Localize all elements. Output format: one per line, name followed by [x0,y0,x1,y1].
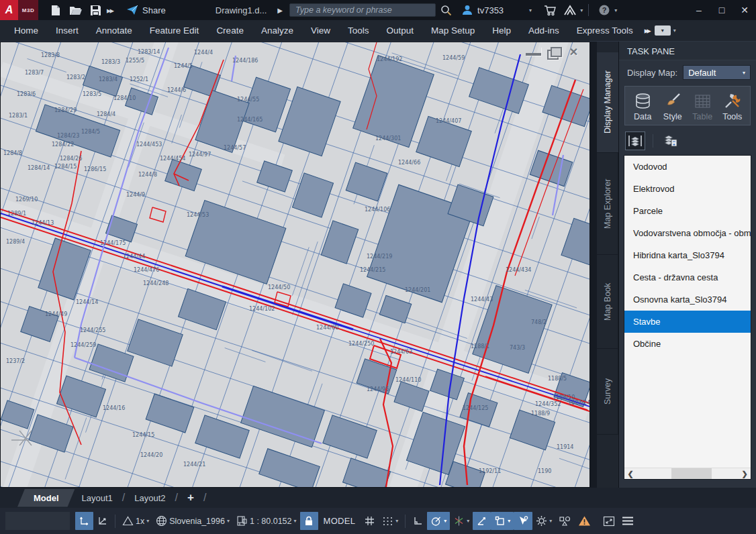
layer-item-vodovod[interactable]: Vodovod [624,156,751,178]
taskpane-tool-tools[interactable]: Tools [718,93,748,121]
grid-toggle-button[interactable] [361,512,379,530]
layer-item-parcele[interactable]: Parcele [624,200,751,222]
svg-text:1244/255: 1244/255 [80,327,105,333]
account-caret-icon[interactable]: ▾ [529,7,532,13]
scroll-left-icon[interactable]: ❮ [624,470,636,478]
share-button[interactable]: Share [126,5,166,15]
search-input[interactable] [289,3,436,17]
autodesk-menu-button[interactable] [561,2,579,18]
menu-help[interactable]: Help [483,25,520,36]
layer-item-cesta-dr-avna-cesta[interactable]: Cesta - državna cesta [624,266,751,288]
object-snap-button[interactable]: ▾ [491,512,514,530]
object-snap-tracking-button[interactable] [473,512,491,530]
menu-home[interactable]: Home [5,25,47,36]
side-tab-map-explorer[interactable]: Map Explorer [597,153,618,255]
new-file-button[interactable] [46,2,64,18]
coordinate-system-button[interactable]: Slovenia_1996 ▾ [152,512,233,530]
clean-screen-button[interactable] [600,512,618,530]
save-button[interactable] [87,2,104,18]
scrollbar-track[interactable] [636,468,739,479]
map3d-badge: M3D [18,0,38,20]
lock-viewport-button[interactable] [300,512,318,530]
autodesk-caret-icon[interactable]: ▾ [580,7,583,13]
drawing-minimize-icon[interactable] [526,47,541,56]
selection-cycling-button[interactable] [514,512,532,530]
ribbon-state-caret-icon[interactable]: ▾ [673,28,676,34]
layout-tab-model[interactable]: Model [17,489,75,507]
scrollbar-thumb[interactable] [671,468,712,479]
help-caret-icon[interactable]: ▾ [614,7,617,13]
svg-text:1289/1: 1289/1 [7,211,26,217]
store-button[interactable] [541,2,559,18]
quick-access-more-button[interactable]: ▸▸ [107,5,113,15]
dynamic-ucs-button[interactable] [93,512,111,530]
menu-annotate[interactable]: Annotate [87,25,141,36]
menu-express-tools[interactable]: Express Tools [568,25,642,36]
layer-list-hscrollbar[interactable]: ❮ ❯ [624,468,751,479]
taskpane-tool-style[interactable]: Style [658,93,688,121]
ortho-toggle-button[interactable] [409,512,427,530]
close-button[interactable]: ✕ [733,0,756,20]
snap-mode-button[interactable]: ▾ [379,512,401,530]
layout-tab-separator: / [201,492,209,504]
menu-feature-edit[interactable]: Feature Edit [141,25,208,36]
ribbon-state-button[interactable]: ▾ [655,25,671,36]
help-button[interactable]: ? [596,2,613,18]
svg-text:1284/22: 1284/22 [52,142,74,148]
drawing-restore-icon[interactable] [546,47,561,58]
ucs-toggle-button[interactable] [75,512,93,530]
open-file-button[interactable] [66,2,84,18]
display-map-select[interactable]: Default ▾ [683,65,751,80]
layer-item-hibridna-karta-slo3794[interactable]: Hibridna karta_Slo3794 [624,244,751,266]
svg-text:1284/15: 1284/15 [54,164,77,170]
menu-analyze[interactable]: Analyze [252,25,302,36]
isolate-objects-button[interactable] [555,512,575,530]
svg-text:1283/14: 1283/14 [138,49,160,55]
doc-expand-icon[interactable]: ▶ [277,7,283,14]
polar-tracking-button[interactable]: ▾ [427,512,450,530]
isodraft-button[interactable]: ▾ [450,512,473,530]
osnap-caret-icon: ▾ [508,518,510,524]
add-layout-button[interactable]: + [181,491,201,504]
minimize-button[interactable]: – [688,0,710,20]
menu-create[interactable]: Create [207,25,252,36]
account-button[interactable]: tv7353 [461,4,504,16]
layer-item-stavbe[interactable]: Stavbe [624,311,751,333]
menu-view[interactable]: View [302,25,339,36]
map-drawing[interactable]: 1283/81283/71283/61283/11283/31283/41283… [1,42,589,487]
drawing-viewport[interactable]: 1283/81283/71283/61283/11283/31283/41283… [0,42,590,488]
layer-item-elektrovod[interactable]: Elektrovod [624,178,751,200]
svg-text:1269/10: 1269/10 [15,197,38,203]
side-tab-map-book[interactable]: Map Book [597,255,618,349]
space-indicator[interactable]: MODEL [318,516,361,526]
menu-add-ins[interactable]: Add-ins [520,25,568,36]
side-tab-display-manager[interactable]: Display Manager [597,52,618,153]
layer-item-ob-ine[interactable]: Občine [624,333,751,355]
layer-item-osnovna-karta-slo3794[interactable]: Osnovna karta_Slo3794 [624,288,751,311]
scroll-right-icon[interactable]: ❯ [739,470,751,478]
menu-bar: HomeInsertAnnotateFeature EditCreateAnal… [0,20,756,42]
menu-tools[interactable]: Tools [339,25,378,36]
menu-output[interactable]: Output [377,25,422,36]
layer-list: VodovodElektrovodParceleVodovarstvena ob… [624,156,751,468]
viewport-scale-button[interactable]: 1 : 80.0152 ▾ [233,512,300,530]
side-tab-survey[interactable]: Survey [597,349,618,435]
taskpane-tool-data[interactable]: Data [628,93,658,121]
layout-tab-layout1[interactable]: Layout1 [75,493,120,503]
customization-button[interactable]: ▾ [532,512,555,530]
add-layer-group-button[interactable] [661,132,680,150]
annotation-monitor-button[interactable] [575,512,594,530]
layout-tab-layout2[interactable]: Layout2 [128,493,172,503]
drawing-close-icon[interactable]: ✕ [566,47,581,58]
svg-text:1283/2: 1283/2 [66,74,85,81]
menu-map-setup[interactable]: Map Setup [422,25,483,36]
app-logo[interactable]: A M3D [0,0,38,20]
annotation-scale-button[interactable]: 1x ▾ [119,512,152,530]
search-button[interactable] [437,2,455,18]
maximize-button[interactable]: □ [710,0,733,20]
layer-groups-button[interactable] [626,132,645,150]
menu-insert[interactable]: Insert [47,25,87,36]
layer-item-vodovarstvena-obmo-ja-obm[interactable]: Vodovarstvena območja - obm [624,222,751,244]
statusbar-menu-button[interactable] [618,512,637,530]
menu-overflow-button[interactable]: ▸▸ [645,25,649,36]
